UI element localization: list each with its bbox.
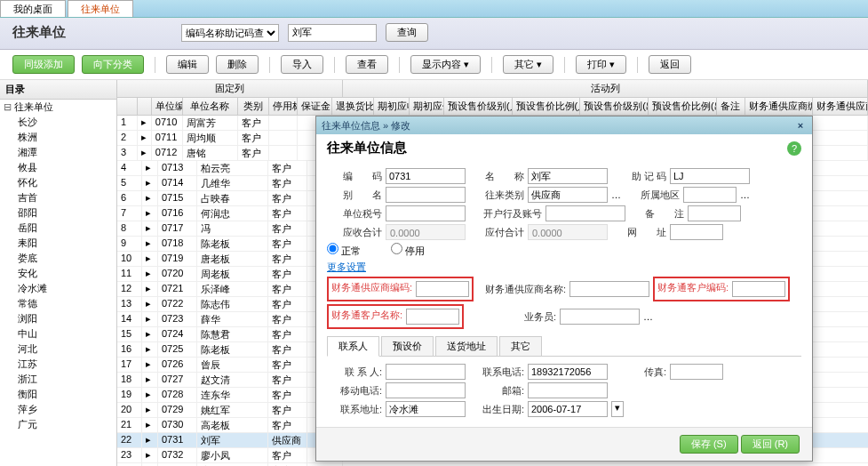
tree-node[interactable]: 长沙 (0, 115, 116, 130)
tree-node[interactable]: 冷水滩 (0, 281, 116, 296)
tree-node[interactable]: 怀化 (0, 175, 116, 190)
birthdate-field[interactable] (528, 401, 608, 417)
separator (637, 57, 638, 73)
category-tree: 目录 往来单位 长沙株洲湘潭攸县怀化吉首邵阳岳阳耒阳娄底安化冷水滩常德浏阳中山河… (0, 80, 117, 466)
close-icon[interactable]: × (794, 120, 807, 131)
fin-customer-name-field[interactable] (406, 309, 459, 325)
fin-supplier-code-field[interactable] (416, 281, 469, 297)
remark-field[interactable] (688, 205, 741, 221)
website-field[interactable] (670, 224, 723, 240)
modal-back-button[interactable]: 返回 (R) (741, 435, 800, 454)
tree-node[interactable]: 娄底 (0, 251, 116, 266)
modal-header[interactable]: 往来单位信息 » 修改 × (316, 116, 812, 134)
salesperson-field[interactable] (560, 309, 640, 325)
alias-field[interactable] (386, 187, 466, 203)
toolbar: 同级添加 向下分类 编辑 删除 导入 查看 显示内容 ▾ 其它 ▾ 打印 ▾ 返… (0, 50, 868, 80)
tree-node[interactable]: 吉首 (0, 190, 116, 205)
fin-customer-code-field[interactable] (732, 281, 785, 297)
tree-node[interactable]: 萍乡 (0, 402, 116, 417)
category-field[interactable] (528, 187, 608, 203)
tree-root[interactable]: 往来单位 (0, 100, 116, 115)
fin-supplier-name-field[interactable] (569, 281, 649, 297)
separator (269, 57, 270, 73)
import-button[interactable]: 导入 (281, 55, 323, 74)
fin-customer-code-highlight: 财务通客户编码: (653, 277, 790, 301)
subtab-address[interactable]: 送货地址 (435, 336, 498, 356)
payable-value: 0.0000 (528, 224, 608, 240)
separator (399, 57, 400, 73)
tree-node[interactable]: 岳阳 (0, 221, 116, 236)
back-button[interactable]: 返回 (649, 55, 691, 74)
address-field[interactable] (386, 401, 466, 417)
name-field[interactable] (528, 168, 608, 184)
subtab-contact[interactable]: 联系人 (327, 336, 379, 357)
mobile-field[interactable] (386, 382, 466, 398)
fin-supplier-code-highlight: 财务通供应商编码: (327, 277, 474, 301)
mnemonic-field[interactable] (670, 168, 750, 184)
fax-field[interactable] (670, 364, 723, 380)
group-fixed: 固定列 (117, 80, 343, 97)
tree-node[interactable]: 安化 (0, 266, 116, 281)
tree-node[interactable]: 湘潭 (0, 145, 116, 160)
print-button[interactable]: 打印 ▾ (576, 55, 626, 74)
tree-header: 目录 (0, 80, 116, 100)
tree-node[interactable]: 攸县 (0, 160, 116, 175)
edit-unit-modal: 往来单位信息 » 修改 × 往来单位信息 ? 编 码 名 称 助 记 码 别 名… (315, 116, 813, 462)
app-tabs: 我的桌面 往来单位 (0, 0, 868, 18)
display-content-button[interactable]: 显示内容 ▾ (410, 55, 481, 74)
tree-node[interactable]: 浏阳 (0, 311, 116, 326)
search-mode-select[interactable]: 编码名称助记码查询 (181, 24, 279, 42)
receivable-value: 0.0000 (386, 224, 466, 240)
bank-field[interactable] (545, 205, 625, 221)
title-bar: 往来单位 编码名称助记码查询 查询 (0, 18, 868, 50)
subtab-price[interactable]: 预设价 (381, 336, 434, 356)
tree-node[interactable]: 河北 (0, 341, 116, 357)
edit-button[interactable]: 编辑 (166, 55, 209, 74)
tab-desktop[interactable]: 我的桌面 (0, 0, 66, 17)
separator (334, 57, 335, 73)
group-active: 活动列 (343, 80, 868, 97)
tab-unit[interactable]: 往来单位 (68, 0, 133, 17)
more-settings-link[interactable]: 更多设置 (327, 261, 366, 274)
tree-node[interactable]: 常德 (0, 296, 116, 311)
email-field[interactable] (528, 382, 608, 398)
tree-node[interactable]: 株洲 (0, 130, 116, 145)
tree-node[interactable]: 衡阳 (0, 387, 116, 402)
help-icon[interactable]: ? (787, 141, 801, 156)
tree-node[interactable]: 江苏 (0, 357, 116, 372)
delete-button[interactable]: 删除 (216, 55, 259, 74)
save-button[interactable]: 保存 (S) (680, 435, 738, 454)
grid-columns: 单位编码 单位名称 类别 停用标志 保证金 退换货比率 期初应收 期初应付 预设… (117, 98, 868, 116)
subtab-other[interactable]: 其它 (499, 336, 542, 356)
add-child-button[interactable]: 向下分类 (82, 55, 144, 74)
tree-node[interactable]: 浙江 (0, 372, 116, 387)
calendar-icon[interactable]: ▾ (611, 401, 624, 417)
region-field[interactable] (683, 187, 737, 203)
separator (491, 57, 492, 73)
tax-field[interactable] (386, 205, 466, 221)
add-sibling-button[interactable]: 同级添加 (12, 55, 75, 74)
tree-node[interactable]: 广元 (0, 417, 116, 432)
tree-node[interactable]: 邵阳 (0, 205, 116, 221)
search-input[interactable] (288, 24, 377, 42)
tree-node[interactable]: 耒阳 (0, 236, 116, 251)
status-disabled-radio[interactable]: 停用 (391, 243, 425, 258)
phone-field[interactable] (528, 364, 608, 380)
status-normal-radio[interactable]: 正常 (327, 243, 361, 258)
search-button[interactable]: 查询 (386, 23, 428, 42)
code-field[interactable] (386, 168, 466, 184)
separator (564, 57, 565, 73)
modal-subtabs: 联系人 预设价 送货地址 其它 (327, 336, 801, 357)
view-button[interactable]: 查看 (346, 55, 388, 74)
page-title: 往来单位 (12, 24, 66, 41)
separator (155, 57, 155, 73)
breadcrumb: 往来单位信息 » 修改 (322, 119, 410, 133)
tree-node[interactable]: 中山 (0, 326, 116, 341)
contact-field[interactable] (386, 364, 466, 380)
fin-customer-name-highlight: 财务通客户名称: (327, 304, 464, 329)
modal-title: 往来单位信息 (327, 140, 407, 157)
other-button[interactable]: 其它 ▾ (503, 55, 553, 74)
